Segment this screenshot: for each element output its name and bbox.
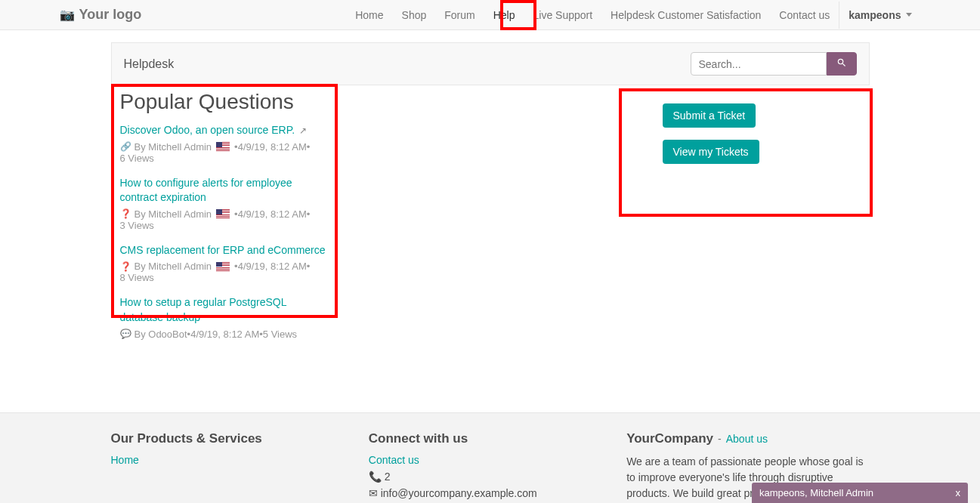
nav-item-live-support[interactable]: Live Support (524, 2, 602, 29)
question-link[interactable]: Discover Odoo, an open source ERP. ↗ (120, 124, 308, 136)
user-name: kampeons (849, 9, 901, 21)
nav-item-forum[interactable]: Forum (435, 2, 484, 29)
section-title: Popular Questions (120, 90, 330, 114)
phone-icon: 📞 (369, 471, 382, 483)
logo[interactable]: 📷 Your logo (60, 7, 142, 23)
link-icon: 🔗 (120, 141, 131, 152)
question-item: How to setup a regular PostgreSQL databa… (120, 295, 330, 339)
us-flag-icon (216, 142, 230, 151)
footer-connect-col: Connect with us Contact us 📞 2 ✉ info@yo… (369, 431, 611, 503)
question-item: CMS replacement for ERP and eCommerce ❓ … (120, 243, 330, 284)
nav-item-home[interactable]: Home (346, 2, 392, 29)
search-wrap (691, 52, 857, 76)
nav-item-help[interactable]: Help (484, 2, 524, 29)
nav-item-shop[interactable]: Shop (393, 2, 436, 29)
search-icon (836, 57, 847, 68)
footer-home-link[interactable]: Home (111, 454, 139, 466)
subbar-title: Helpdesk (124, 57, 175, 71)
question-icon: ❓ (120, 208, 131, 219)
question-meta: ❓ By Mitchell Admin • 4/9/19, 8:12 AM • … (120, 261, 330, 283)
us-flag-icon (216, 209, 230, 218)
phone-line: 📞 2 (369, 471, 611, 483)
nav-item-contact[interactable]: Contact us (770, 2, 839, 29)
external-link-icon: ↗ (299, 125, 307, 136)
close-icon[interactable]: x (956, 487, 961, 498)
footer-products-col: Our Products & Services Home (111, 431, 354, 503)
popular-questions-panel: Popular Questions Discover Odoo, an open… (111, 85, 338, 367)
view-tickets-button[interactable]: View my Tickets (663, 140, 759, 164)
nav-item-satisfaction[interactable]: Helpdesk Customer Satisfaction (601, 2, 770, 29)
question-meta: 🔗 By Mitchell Admin • 4/9/19, 8:12 AM • … (120, 141, 330, 164)
company-heading: YourCompany - About us (626, 431, 869, 446)
search-button[interactable] (827, 52, 857, 76)
nav-list: Home Shop Forum Help Live Support Helpde… (346, 2, 839, 29)
question-link[interactable]: How to configure alerts for employee con… (120, 177, 292, 204)
top-navbar: 📷 Your logo Home Shop Forum Help Live Su… (0, 0, 980, 30)
main-content: Popular Questions Discover Odoo, an open… (111, 85, 870, 367)
mail-icon: ✉ (369, 487, 378, 499)
question-icon: ❓ (120, 261, 131, 272)
connect-title: Connect with us (369, 431, 611, 446)
ticket-actions-panel: Submit a Ticket View my Tickets (628, 85, 870, 367)
question-meta: ❓ By Mitchell Admin • 4/9/19, 8:12 AM • … (120, 208, 330, 231)
about-link[interactable]: About us (726, 433, 768, 445)
submit-ticket-button[interactable]: Submit a Ticket (663, 103, 756, 128)
nav-right: Home Shop Forum Help Live Support Helpde… (346, 2, 920, 29)
navbar-inner: 📷 Your logo Home Shop Forum Help Live Su… (60, 2, 921, 29)
camera-icon: 📷 (60, 8, 75, 22)
chat-bar[interactable]: kampeons, Mitchell Admin x (752, 483, 968, 503)
chevron-down-icon (906, 13, 912, 17)
search-input[interactable] (691, 52, 827, 76)
comment-icon: 💬 (120, 329, 131, 339)
logo-label: Your logo (79, 7, 142, 23)
question-link[interactable]: CMS replacement for ERP and eCommerce (120, 244, 326, 256)
chat-title: kampeons, Mitchell Admin (759, 487, 873, 498)
email-line: ✉ info@yourcompany.example.com (369, 487, 611, 499)
question-item: How to configure alerts for employee con… (120, 176, 330, 231)
subbar: Helpdesk (111, 42, 870, 85)
products-title: Our Products & Services (111, 431, 354, 446)
contact-us-link[interactable]: Contact us (369, 454, 419, 466)
question-link[interactable]: How to setup a regular PostgreSQL databa… (120, 296, 287, 323)
question-item: Discover Odoo, an open source ERP. ↗ 🔗 B… (120, 123, 330, 164)
question-meta: 💬 By OdooBot • 4/9/19, 8:12 AM • 5 Views (120, 329, 330, 340)
user-menu[interactable]: kampeons (839, 2, 920, 29)
us-flag-icon (216, 262, 230, 271)
